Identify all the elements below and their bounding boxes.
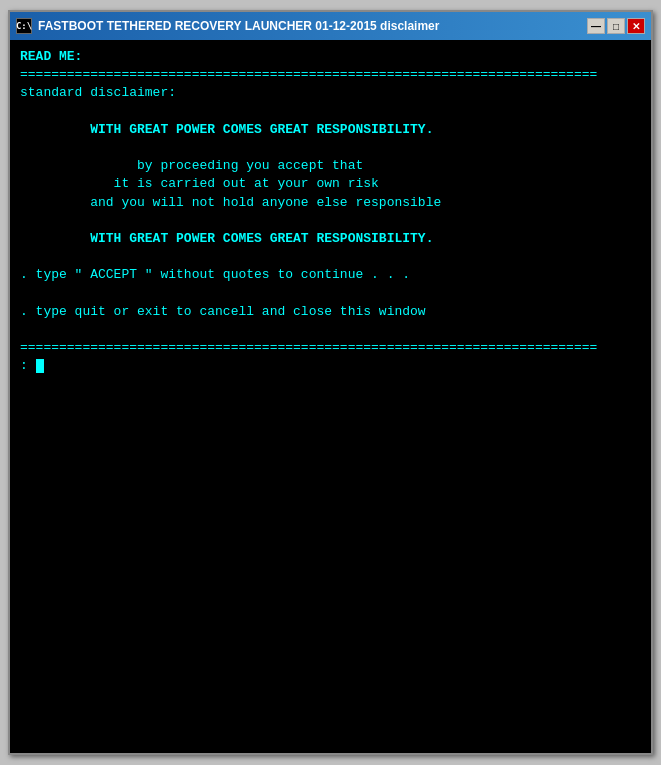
terminal-line-10: ========================================… [20, 339, 641, 357]
minimize-button[interactable]: — [587, 18, 605, 34]
window-icon: C:\ [16, 18, 32, 34]
terminal-line-7: WITH GREAT POWER COMES GREAT RESPONSIBIL… [20, 230, 641, 248]
terminal-line-0: READ ME: [20, 48, 641, 66]
terminal-line-2: standard disclaimer: [20, 84, 641, 102]
terminal-line-9: . type quit or exit to cancell and close… [20, 303, 641, 321]
terminal-prompt: : [20, 357, 641, 375]
close-button[interactable]: ✕ [627, 18, 645, 34]
terminal-line-3: WITH GREAT POWER COMES GREAT RESPONSIBIL… [20, 121, 641, 139]
terminal-empty-3 [20, 212, 641, 230]
title-bar: C:\ FASTBOOT TETHERED RECOVERY LAUNCHER … [10, 12, 651, 40]
terminal-line-6: and you will not hold anyone else respon… [20, 194, 641, 212]
maximize-button[interactable]: □ [607, 18, 625, 34]
terminal-cursor [36, 359, 44, 373]
terminal-empty-1 [20, 103, 641, 121]
terminal-line-1: ========================================… [20, 66, 641, 84]
window-title: FASTBOOT TETHERED RECOVERY LAUNCHER 01-1… [38, 19, 439, 33]
title-bar-left: C:\ FASTBOOT TETHERED RECOVERY LAUNCHER … [16, 18, 439, 34]
terminal-area[interactable]: READ ME: ===============================… [10, 40, 651, 753]
terminal-empty-2 [20, 139, 641, 157]
terminal-empty-4 [20, 248, 641, 266]
terminal-line-4: by proceeding you accept that [20, 157, 641, 175]
window-icon-label: C:\ [16, 21, 32, 31]
title-bar-buttons: — □ ✕ [587, 18, 645, 34]
terminal-empty-6 [20, 321, 641, 339]
terminal-empty-5 [20, 284, 641, 302]
main-window: C:\ FASTBOOT TETHERED RECOVERY LAUNCHER … [8, 10, 653, 755]
terminal-line-5: it is carried out at your own risk [20, 175, 641, 193]
terminal-line-8: . type " ACCEPT " without quotes to cont… [20, 266, 641, 284]
